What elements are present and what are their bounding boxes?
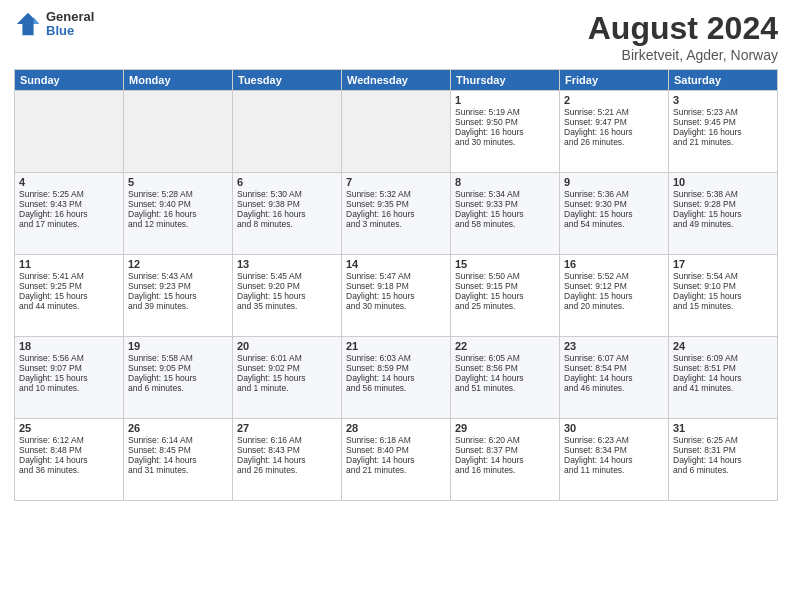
day-content: and 25 minutes. (455, 301, 555, 311)
day-content: Sunrise: 5:32 AM (346, 189, 446, 199)
day-content: Daylight: 16 hours (673, 127, 773, 137)
day-content: Daylight: 14 hours (237, 455, 337, 465)
col-friday: Friday (560, 70, 669, 91)
col-sunday: Sunday (15, 70, 124, 91)
day-content: and 39 minutes. (128, 301, 228, 311)
day-number: 17 (673, 258, 773, 270)
day-content: Sunrise: 6:20 AM (455, 435, 555, 445)
table-row: 16Sunrise: 5:52 AMSunset: 9:12 PMDayligh… (560, 255, 669, 337)
table-row: 27Sunrise: 6:16 AMSunset: 8:43 PMDayligh… (233, 419, 342, 501)
day-content: Sunrise: 5:47 AM (346, 271, 446, 281)
calendar-week-row: 18Sunrise: 5:56 AMSunset: 9:07 PMDayligh… (15, 337, 778, 419)
table-row: 21Sunrise: 6:03 AMSunset: 8:59 PMDayligh… (342, 337, 451, 419)
table-row: 28Sunrise: 6:18 AMSunset: 8:40 PMDayligh… (342, 419, 451, 501)
table-row: 22Sunrise: 6:05 AMSunset: 8:56 PMDayligh… (451, 337, 560, 419)
day-number: 9 (564, 176, 664, 188)
day-content: and 51 minutes. (455, 383, 555, 393)
day-content: Sunrise: 6:12 AM (19, 435, 119, 445)
day-content: and 21 minutes. (346, 465, 446, 475)
day-number: 5 (128, 176, 228, 188)
page: General Blue August 2024 Birketveit, Agd… (0, 0, 792, 612)
calendar-week-row: 1Sunrise: 5:19 AMSunset: 9:50 PMDaylight… (15, 91, 778, 173)
day-content: and 20 minutes. (564, 301, 664, 311)
day-number: 8 (455, 176, 555, 188)
day-content: Daylight: 15 hours (237, 373, 337, 383)
day-content: Sunset: 8:45 PM (128, 445, 228, 455)
day-content: Sunset: 8:31 PM (673, 445, 773, 455)
day-content: Daylight: 14 hours (455, 373, 555, 383)
day-content: and 21 minutes. (673, 137, 773, 147)
day-content: Sunset: 9:07 PM (19, 363, 119, 373)
day-number: 19 (128, 340, 228, 352)
col-monday: Monday (124, 70, 233, 91)
day-content: Sunrise: 6:16 AM (237, 435, 337, 445)
day-content: Sunrise: 5:54 AM (673, 271, 773, 281)
table-row: 13Sunrise: 5:45 AMSunset: 9:20 PMDayligh… (233, 255, 342, 337)
table-row: 26Sunrise: 6:14 AMSunset: 8:45 PMDayligh… (124, 419, 233, 501)
day-content: Sunrise: 6:18 AM (346, 435, 446, 445)
day-content: and 30 minutes. (455, 137, 555, 147)
day-content: Daylight: 16 hours (237, 209, 337, 219)
day-number: 20 (237, 340, 337, 352)
table-row: 31Sunrise: 6:25 AMSunset: 8:31 PMDayligh… (669, 419, 778, 501)
table-row: 10Sunrise: 5:38 AMSunset: 9:28 PMDayligh… (669, 173, 778, 255)
day-content: and 41 minutes. (673, 383, 773, 393)
day-content: Daylight: 14 hours (564, 373, 664, 383)
day-number: 29 (455, 422, 555, 434)
day-number: 28 (346, 422, 446, 434)
day-number: 14 (346, 258, 446, 270)
day-content: Sunrise: 6:23 AM (564, 435, 664, 445)
day-content: Sunrise: 5:52 AM (564, 271, 664, 281)
day-content: Sunset: 9:25 PM (19, 281, 119, 291)
table-row: 29Sunrise: 6:20 AMSunset: 8:37 PMDayligh… (451, 419, 560, 501)
logo-text: General Blue (46, 10, 94, 39)
day-content: and 26 minutes. (237, 465, 337, 475)
col-saturday: Saturday (669, 70, 778, 91)
logo-icon (14, 10, 42, 38)
day-content: and 36 minutes. (19, 465, 119, 475)
day-content: Sunset: 9:43 PM (19, 199, 119, 209)
day-content: Daylight: 14 hours (564, 455, 664, 465)
calendar-week-row: 4Sunrise: 5:25 AMSunset: 9:43 PMDaylight… (15, 173, 778, 255)
day-content: Sunset: 8:40 PM (346, 445, 446, 455)
day-number: 18 (19, 340, 119, 352)
table-row: 14Sunrise: 5:47 AMSunset: 9:18 PMDayligh… (342, 255, 451, 337)
day-content: and 44 minutes. (19, 301, 119, 311)
day-number: 21 (346, 340, 446, 352)
day-number: 12 (128, 258, 228, 270)
table-row: 12Sunrise: 5:43 AMSunset: 9:23 PMDayligh… (124, 255, 233, 337)
day-content: Sunrise: 6:05 AM (455, 353, 555, 363)
day-content: Sunrise: 5:50 AM (455, 271, 555, 281)
day-content: and 6 minutes. (673, 465, 773, 475)
day-number: 26 (128, 422, 228, 434)
day-content: Sunset: 8:51 PM (673, 363, 773, 373)
table-row: 18Sunrise: 5:56 AMSunset: 9:07 PMDayligh… (15, 337, 124, 419)
table-row: 30Sunrise: 6:23 AMSunset: 8:34 PMDayligh… (560, 419, 669, 501)
table-row: 20Sunrise: 6:01 AMSunset: 9:02 PMDayligh… (233, 337, 342, 419)
day-content: Daylight: 16 hours (455, 127, 555, 137)
day-content: Daylight: 14 hours (346, 373, 446, 383)
table-row: 9Sunrise: 5:36 AMSunset: 9:30 PMDaylight… (560, 173, 669, 255)
table-row: 6Sunrise: 5:30 AMSunset: 9:38 PMDaylight… (233, 173, 342, 255)
day-number: 31 (673, 422, 773, 434)
day-content: Sunrise: 5:58 AM (128, 353, 228, 363)
table-row (342, 91, 451, 173)
day-content: Sunset: 8:34 PM (564, 445, 664, 455)
day-number: 10 (673, 176, 773, 188)
day-content: Sunset: 8:37 PM (455, 445, 555, 455)
day-content: and 46 minutes. (564, 383, 664, 393)
day-content: Daylight: 15 hours (19, 373, 119, 383)
table-row: 17Sunrise: 5:54 AMSunset: 9:10 PMDayligh… (669, 255, 778, 337)
day-content: Sunset: 9:45 PM (673, 117, 773, 127)
day-content: Sunrise: 5:45 AM (237, 271, 337, 281)
day-number: 2 (564, 94, 664, 106)
day-content: Sunset: 9:23 PM (128, 281, 228, 291)
day-number: 24 (673, 340, 773, 352)
day-content: Daylight: 15 hours (346, 291, 446, 301)
day-content: and 54 minutes. (564, 219, 664, 229)
day-content: Daylight: 15 hours (128, 291, 228, 301)
day-content: Daylight: 14 hours (673, 455, 773, 465)
table-row: 4Sunrise: 5:25 AMSunset: 9:43 PMDaylight… (15, 173, 124, 255)
day-content: Daylight: 16 hours (346, 209, 446, 219)
table-row: 11Sunrise: 5:41 AMSunset: 9:25 PMDayligh… (15, 255, 124, 337)
